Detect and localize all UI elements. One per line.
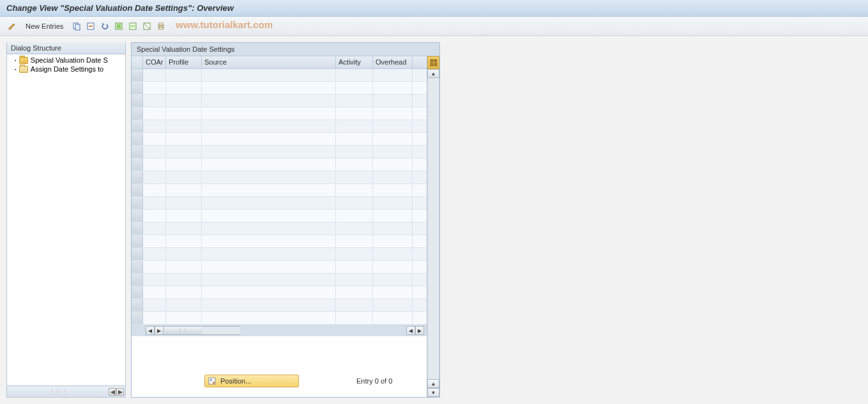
cell-profile[interactable]: [166, 82, 202, 94]
hscroll-last-icon[interactable]: ▶: [415, 326, 424, 335]
hscroll-thumb[interactable]: ⋮⋮: [164, 327, 202, 334]
cell-activity[interactable]: [336, 95, 373, 107]
change-toggle-icon[interactable]: [6, 20, 18, 32]
table-row[interactable]: [132, 261, 427, 274]
cell-source[interactable]: [202, 159, 336, 171]
cell-overhead[interactable]: [373, 299, 413, 311]
tree-item-special-valuation[interactable]: ▪ Special Valuation Date S: [7, 56, 125, 65]
row-selector[interactable]: [132, 197, 143, 209]
table-row[interactable]: [132, 159, 427, 171]
vscroll-track[interactable]: [427, 78, 439, 379]
table-row[interactable]: [132, 133, 427, 146]
cell-profile[interactable]: [166, 133, 202, 145]
tree-scroll-right-icon[interactable]: ▶: [116, 388, 124, 396]
cell-activity[interactable]: [336, 197, 373, 209]
row-selector[interactable]: [132, 184, 143, 196]
cell-profile[interactable]: [166, 248, 202, 260]
table-row[interactable]: [132, 248, 427, 261]
row-selector[interactable]: [132, 261, 143, 273]
table-row[interactable]: [132, 146, 427, 159]
tree-resize-handle[interactable]: ⋮⋮⋮: [8, 389, 109, 394]
cell-activity[interactable]: [336, 133, 373, 145]
cell-activity[interactable]: [336, 184, 373, 196]
cell-profile[interactable]: [166, 69, 202, 81]
table-row[interactable]: [132, 171, 427, 184]
cell-coar[interactable]: [143, 133, 166, 145]
delimit-icon[interactable]: [85, 20, 96, 32]
column-header-overhead[interactable]: Overhead: [373, 56, 413, 68]
cell-profile[interactable]: [166, 286, 202, 299]
cell-activity[interactable]: [336, 120, 373, 132]
cell-source[interactable]: [202, 184, 336, 196]
cell-profile[interactable]: [166, 120, 202, 132]
vscroll-up-icon[interactable]: ▲: [427, 69, 439, 78]
cell-coar[interactable]: [143, 69, 166, 81]
cell-overhead[interactable]: [373, 69, 413, 81]
cell-overhead[interactable]: [373, 222, 413, 235]
column-header-profile[interactable]: Profile: [166, 56, 202, 68]
cell-coar[interactable]: [143, 95, 166, 107]
cell-activity[interactable]: [336, 146, 373, 158]
table-row[interactable]: [132, 197, 427, 210]
cell-overhead[interactable]: [373, 248, 413, 260]
column-header-coar[interactable]: COAr: [143, 56, 166, 68]
cell-overhead[interactable]: [373, 120, 413, 132]
cell-overhead[interactable]: [373, 197, 413, 209]
print-icon[interactable]: [155, 20, 167, 32]
cell-overhead[interactable]: [373, 146, 413, 158]
cell-overhead[interactable]: [373, 184, 413, 196]
column-header-source[interactable]: Source: [202, 56, 336, 68]
copy-icon[interactable]: [71, 20, 82, 32]
row-selector[interactable]: [132, 222, 143, 235]
vscroll-down-icon[interactable]: ▼: [427, 388, 439, 397]
cell-source[interactable]: [202, 248, 336, 260]
cell-profile[interactable]: [166, 184, 202, 196]
cell-activity[interactable]: [336, 210, 373, 222]
cell-profile[interactable]: [166, 146, 202, 158]
vscroll-up2-icon[interactable]: ▲: [427, 379, 439, 388]
cell-coar[interactable]: [143, 82, 166, 94]
cell-overhead[interactable]: [373, 210, 413, 222]
cell-source[interactable]: [202, 146, 336, 158]
cell-source[interactable]: [202, 107, 336, 120]
cell-source[interactable]: [202, 120, 336, 132]
cell-overhead[interactable]: [373, 312, 413, 324]
tree-item-assign-date[interactable]: ▪ Assign Date Settings to: [7, 65, 125, 74]
cell-coar[interactable]: [143, 261, 166, 273]
table-row[interactable]: [132, 312, 427, 325]
table-row[interactable]: [132, 95, 427, 107]
cell-source[interactable]: [202, 261, 336, 273]
cell-activity[interactable]: [336, 82, 373, 94]
table-row[interactable]: [132, 69, 427, 82]
cell-source[interactable]: [202, 210, 336, 222]
cell-coar[interactable]: [143, 210, 166, 222]
cell-source[interactable]: [202, 171, 336, 183]
cell-source[interactable]: [202, 235, 336, 247]
hscroll-left-icon[interactable]: ▶: [155, 326, 164, 335]
row-selector[interactable]: [132, 120, 143, 132]
cell-profile[interactable]: [166, 159, 202, 171]
row-selector[interactable]: [132, 146, 143, 158]
cell-activity[interactable]: [336, 69, 373, 81]
column-header-activity[interactable]: Activity: [336, 56, 373, 68]
table-row[interactable]: [132, 299, 427, 312]
cell-coar[interactable]: [143, 299, 166, 311]
table-configure-icon[interactable]: [427, 56, 439, 69]
select-block-icon[interactable]: [127, 20, 139, 32]
cell-coar[interactable]: [143, 286, 166, 299]
cell-profile[interactable]: [166, 95, 202, 107]
cell-coar[interactable]: [143, 248, 166, 260]
row-selector[interactable]: [132, 312, 143, 324]
cell-source[interactable]: [202, 222, 336, 235]
tree-scroll-left-icon[interactable]: ◀: [109, 388, 116, 396]
cell-activity[interactable]: [336, 235, 373, 247]
cell-activity[interactable]: [336, 299, 373, 311]
table-row[interactable]: [132, 82, 427, 95]
row-selector[interactable]: [132, 210, 143, 222]
cell-overhead[interactable]: [373, 171, 413, 183]
cell-activity[interactable]: [336, 312, 373, 324]
cell-source[interactable]: [202, 312, 336, 324]
cell-coar[interactable]: [143, 197, 166, 209]
cell-profile[interactable]: [166, 107, 202, 120]
cell-overhead[interactable]: [373, 274, 413, 286]
